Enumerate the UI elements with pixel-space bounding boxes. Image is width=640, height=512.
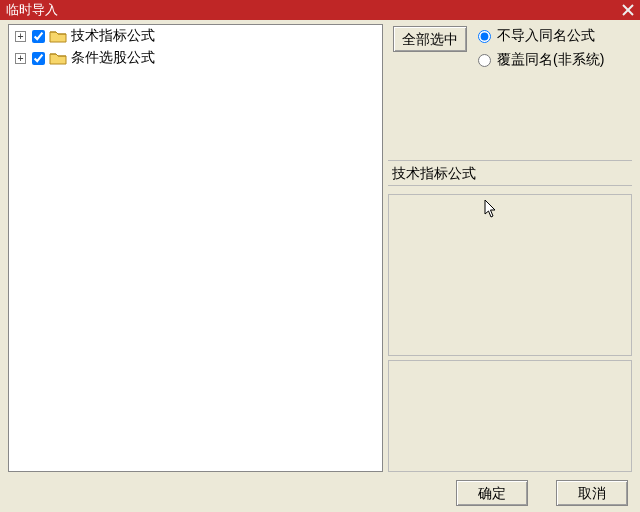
- tree-checkbox[interactable]: [32, 30, 45, 43]
- expand-icon[interactable]: +: [15, 53, 26, 64]
- titlebar: 临时导入: [0, 0, 640, 20]
- import-mode-radio-group: 不导入同名公式 覆盖同名(非系统): [478, 24, 634, 72]
- radio-label: 不导入同名公式: [497, 27, 595, 45]
- tree-label: 技术指标公式: [71, 27, 155, 45]
- close-icon: [622, 4, 634, 16]
- tree-row-condition-select[interactable]: + 条件选股公式: [9, 47, 382, 69]
- formula-preview-box: [388, 194, 632, 356]
- radio-input-skip[interactable]: [478, 30, 491, 43]
- description-box: [388, 360, 632, 472]
- radio-input-overwrite[interactable]: [478, 54, 491, 67]
- client-area: + 技术指标公式 + 条件选股公式 全部选中: [0, 20, 640, 512]
- select-all-button[interactable]: 全部选中: [393, 26, 467, 52]
- tree-row-tech-indicator[interactable]: + 技术指标公式: [9, 25, 382, 47]
- cancel-button[interactable]: 取消: [556, 480, 628, 506]
- radio-label: 覆盖同名(非系统): [497, 51, 604, 69]
- tree-checkbox[interactable]: [32, 52, 45, 65]
- window-title: 临时导入: [6, 0, 58, 20]
- tree-panel[interactable]: + 技术指标公式 + 条件选股公式: [8, 24, 383, 472]
- radio-overwrite[interactable]: 覆盖同名(非系统): [478, 48, 634, 72]
- tree-label: 条件选股公式: [71, 49, 155, 67]
- radio-skip-same[interactable]: 不导入同名公式: [478, 24, 634, 48]
- expand-icon[interactable]: +: [15, 31, 26, 42]
- folder-icon: [49, 29, 67, 43]
- close-button[interactable]: [616, 0, 640, 20]
- folder-icon: [49, 51, 67, 65]
- selected-node-label: 技术指标公式: [388, 160, 632, 186]
- ok-button[interactable]: 确定: [456, 480, 528, 506]
